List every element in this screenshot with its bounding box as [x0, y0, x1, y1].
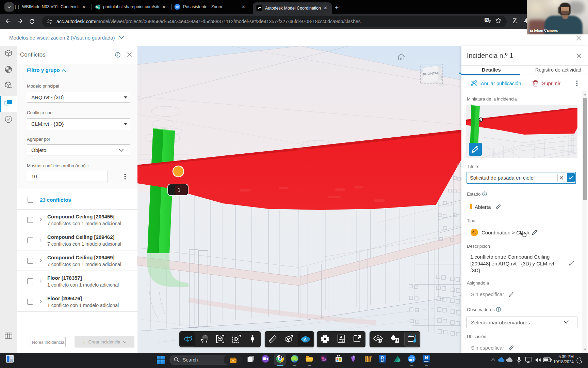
svg-text:zoom: zoom	[409, 357, 414, 359]
svg-text:R: R	[381, 356, 384, 361]
svg-text:1: 1	[178, 187, 181, 193]
svg-text:A: A	[303, 337, 307, 342]
svg-text:G: G	[485, 18, 488, 22]
svg-text:zm: zm	[176, 6, 179, 8]
svg-text:S: S	[96, 5, 98, 9]
svg-text:MAN: MAN	[424, 361, 429, 363]
svg-text:RVT: RVT	[381, 360, 385, 362]
svg-text:N: N	[425, 355, 428, 360]
